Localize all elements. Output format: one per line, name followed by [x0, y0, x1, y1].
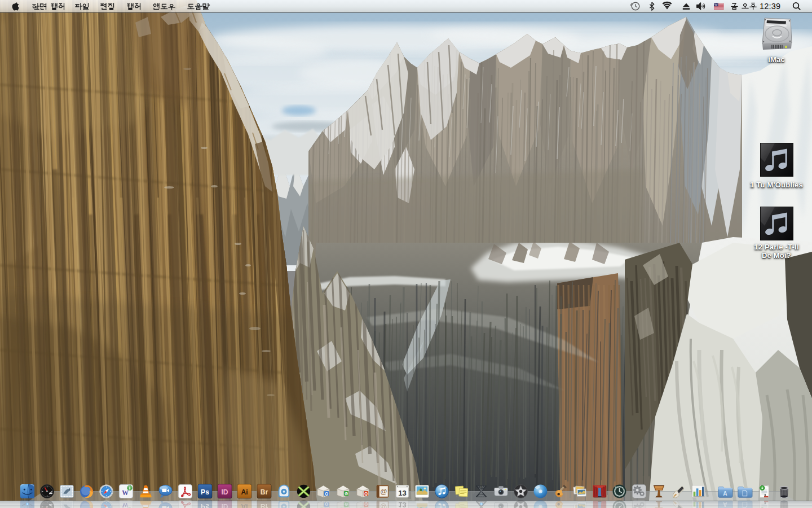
svg-text:Br: Br [261, 502, 268, 508]
svg-text:Ps: Ps [201, 488, 209, 496]
svg-text:Ps: Ps [201, 502, 209, 508]
svg-text:13: 13 [398, 501, 406, 508]
svg-text:@: @ [380, 488, 387, 496]
svg-text:Q: Q [364, 502, 368, 507]
svg-text:A: A [723, 501, 727, 507]
svg-text:Q: Q [325, 491, 328, 496]
svg-text:Br: Br [261, 488, 268, 496]
svg-text:A: A [723, 491, 727, 497]
svg-text:@: @ [380, 503, 387, 508]
svg-text:G: G [345, 491, 348, 496]
svg-text:ID: ID [221, 502, 228, 508]
svg-text:ID: ID [221, 488, 228, 496]
svg-text:Ai: Ai [241, 502, 248, 508]
svg-text:w: w [122, 501, 129, 508]
svg-text:G: G [345, 502, 348, 507]
svg-text:13: 13 [398, 489, 406, 497]
svg-text:Q: Q [364, 491, 368, 496]
svg-text:Q: Q [325, 502, 328, 507]
svg-text:Ai: Ai [241, 488, 248, 496]
